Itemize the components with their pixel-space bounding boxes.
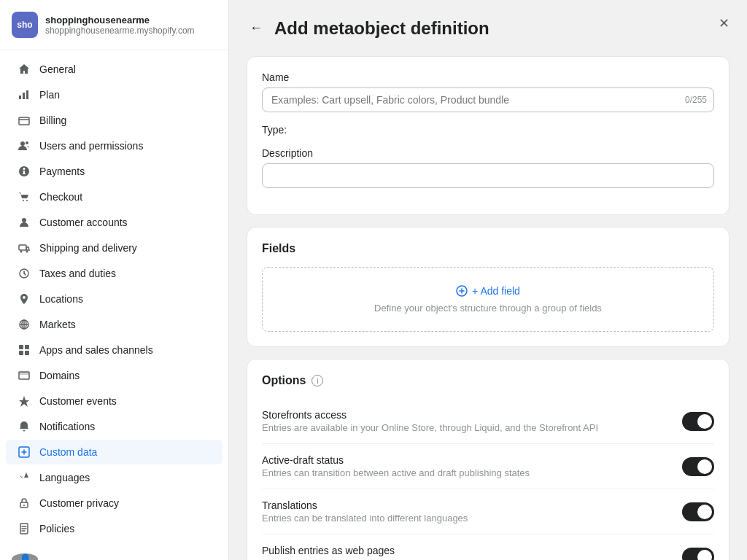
sidebar-item-customer-events[interactable]: Customer events (6, 389, 222, 413)
add-field-box: + Add field Define your object's structu… (262, 267, 714, 332)
svg-point-4 (20, 141, 25, 146)
sidebar-item-apps[interactable]: Apps and sales channels (6, 338, 222, 362)
sidebar-label-domains: Domains (39, 370, 80, 381)
sidebar-item-markets[interactable]: Markets (6, 312, 222, 337)
back-button[interactable]: ← (247, 18, 266, 39)
svg-point-10 (20, 251, 23, 253)
sidebar-item-customer-accounts[interactable]: Customer accounts (6, 210, 222, 235)
svg-point-11 (26, 251, 28, 253)
add-field-button[interactable]: + Add field (456, 285, 520, 297)
users-icon (18, 139, 31, 152)
sidebar-label-languages: Languages (39, 472, 90, 483)
sidebar-label-policies: Policies (39, 523, 74, 534)
store-info: shoppinghousenearme shoppinghousenearme.… (45, 15, 195, 36)
option-row-active-draft-status: Active-draft status Entries can transiti… (262, 444, 714, 489)
sidebar-label-markets: Markets (39, 319, 76, 330)
sidebar-item-locations[interactable]: Locations (6, 287, 222, 311)
sidebar-item-policies[interactable]: Policies (6, 516, 222, 541)
description-label: Description (262, 147, 714, 159)
option-desc-storefronts-access: Entries are available in your Online Sto… (262, 422, 682, 433)
info-icon[interactable]: i (311, 375, 323, 386)
sidebar-label-notifications: Notifications (39, 421, 95, 432)
chart-icon (18, 88, 31, 101)
svg-rect-16 (25, 345, 29, 349)
checkout-icon (18, 190, 31, 203)
sidebar-label-locations: Locations (39, 293, 83, 305)
options-list: Storefronts access Entries are available… (262, 399, 714, 560)
svg-rect-20 (19, 372, 29, 375)
option-text-publish-web-pages: Publish entries as web pages Entries can… (262, 545, 682, 560)
svg-point-7 (26, 200, 28, 201)
sidebar-label-customer-events: Customer events (39, 395, 117, 407)
options-title: Options (262, 374, 306, 387)
svg-rect-1 (23, 93, 25, 99)
sidebar-label-billing: Billing (39, 114, 66, 126)
sidebar-label-general: General (39, 63, 76, 75)
svg-point-8 (22, 218, 26, 222)
svg-rect-3 (19, 117, 29, 125)
sidebar-item-notifications[interactable]: Notifications (6, 414, 222, 439)
domains-icon (18, 369, 31, 382)
option-desc-translations: Entries can be translated into different… (262, 513, 682, 524)
sidebar-label-customer-privacy: Customer privacy (39, 497, 119, 509)
type-group: Type: (262, 124, 714, 136)
toggle-publish-web-pages[interactable] (682, 548, 714, 561)
sidebar-item-billing[interactable]: Billing (6, 108, 222, 133)
type-label: Type: (262, 124, 714, 136)
sidebar-item-plan[interactable]: Plan (6, 82, 222, 107)
toggle-translations[interactable] (682, 502, 714, 521)
payments-icon (18, 165, 31, 178)
svg-rect-17 (19, 351, 23, 355)
user-avatar[interactable]: 👤 (12, 553, 38, 560)
option-name-storefronts-access: Storefronts access (262, 409, 682, 421)
shipping-icon (18, 241, 31, 254)
fields-title: Fields (262, 242, 714, 255)
sidebar-item-payments[interactable]: Payments (6, 159, 222, 184)
bell-icon (18, 420, 31, 433)
svg-rect-2 (26, 90, 28, 99)
store-name: shoppinghousenearme (45, 15, 195, 26)
option-text-translations: Translations Entries can be translated i… (262, 499, 682, 524)
sidebar-item-custom-data[interactable]: Custom data (6, 440, 222, 464)
sidebar-item-taxes[interactable]: Taxes and duties (6, 261, 222, 286)
plus-circle-icon (456, 285, 468, 297)
fields-card: Fields + Add field Define your object's … (247, 227, 729, 347)
billing-icon (18, 114, 31, 127)
sidebar-item-checkout[interactable]: Checkout (6, 184, 222, 209)
sidebar-item-domains[interactable]: Domains (6, 363, 222, 388)
options-header: Options i (262, 374, 714, 387)
sidebar-label-checkout: Checkout (39, 191, 82, 203)
option-name-active-draft-status: Active-draft status (262, 454, 682, 466)
sidebar-label-custom-data: Custom data (39, 446, 97, 458)
toggle-active-draft-status[interactable] (682, 457, 714, 476)
definition-card: Name 0/255 Type: Description (247, 56, 729, 215)
name-group: Name 0/255 (262, 71, 714, 112)
description-input[interactable] (262, 163, 714, 188)
main-content: ✕ ← Add metaobject definition Name 0/255… (229, 0, 747, 560)
store-avatar: sho (12, 12, 38, 38)
option-name-translations: Translations (262, 499, 682, 511)
sidebar-item-customer-privacy[interactable]: Customer privacy (6, 491, 222, 516)
close-button[interactable]: ✕ (712, 12, 735, 35)
home-icon (18, 63, 31, 76)
sidebar-label-payments: Payments (39, 166, 85, 177)
option-row-storefronts-access: Storefronts access Entries are available… (262, 399, 714, 444)
privacy-icon (18, 497, 31, 510)
sidebar-item-shipping[interactable]: Shipping and delivery (6, 236, 222, 260)
option-name-publish-web-pages: Publish entries as web pages (262, 545, 682, 556)
char-counter: 0/255 (685, 95, 707, 105)
option-text-storefronts-access: Storefronts access Entries are available… (262, 409, 682, 433)
svg-rect-15 (19, 345, 23, 349)
sidebar-label-customer-accounts: Customer accounts (39, 217, 128, 228)
apps-icon (18, 343, 31, 357)
sidebar-item-general[interactable]: General (6, 57, 222, 82)
toggle-storefronts-access[interactable] (682, 412, 714, 431)
option-desc-active-draft-status: Entries can transition between active an… (262, 467, 682, 478)
sidebar-label-apps: Apps and sales channels (39, 344, 153, 356)
sidebar-item-users[interactable]: Users and permissions (6, 133, 222, 158)
name-input[interactable] (262, 88, 714, 112)
custom-icon (18, 446, 31, 459)
store-header[interactable]: sho shoppinghousenearme shoppinghousenea… (0, 0, 228, 50)
page-header: ← Add metaobject definition (247, 18, 729, 39)
sidebar-item-languages[interactable]: Languages (6, 465, 222, 490)
